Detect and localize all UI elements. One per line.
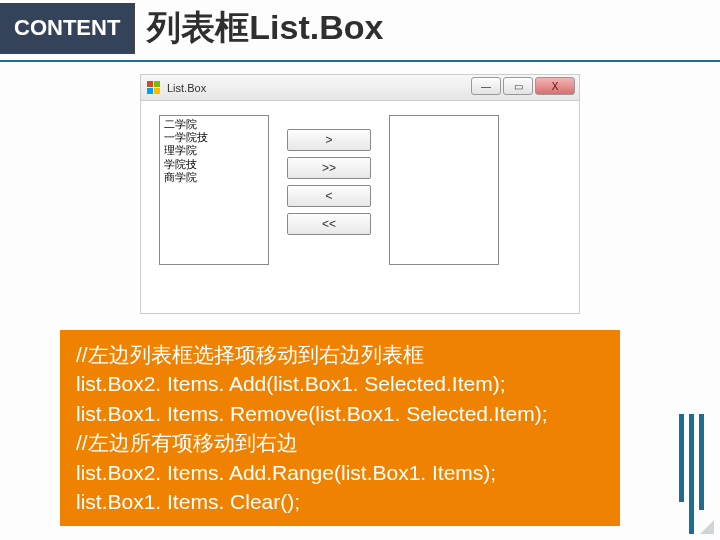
move-all-right-button[interactable]: >> [287, 157, 371, 179]
code-line: list.Box1. Items. Clear(); [76, 487, 604, 516]
svg-rect-0 [147, 81, 153, 87]
window-titlebar: List.Box — ▭ X [141, 75, 579, 101]
decorative-stripes [679, 414, 704, 534]
list-item[interactable]: 一学院技 [164, 131, 264, 144]
page-title: 列表框List.Box [147, 5, 383, 51]
content-badge: CONTENT [0, 3, 135, 54]
move-all-left-button[interactable]: << [287, 213, 371, 235]
move-right-button[interactable]: > [287, 129, 371, 151]
listbox-left[interactable]: 二学院 一学院技 理学院 学院技 商学院 [159, 115, 269, 265]
move-left-button[interactable]: < [287, 185, 371, 207]
list-item[interactable]: 学院技 [164, 158, 264, 171]
svg-rect-3 [154, 88, 160, 94]
minimize-button[interactable]: — [471, 77, 501, 95]
app-icon [147, 81, 161, 95]
list-item[interactable]: 商学院 [164, 171, 264, 184]
page-fold-icon [700, 520, 714, 534]
code-sample: //左边列表框选择项移动到右边列表框 list.Box2. Items. Add… [60, 330, 620, 526]
code-line: list.Box2. Items. Add.Range(list.Box1. I… [76, 458, 604, 487]
list-item[interactable]: 理学院 [164, 144, 264, 157]
code-line: //左边列表框选择项移动到右边列表框 [76, 340, 604, 369]
close-button[interactable]: X [535, 77, 575, 95]
header-divider [0, 60, 720, 62]
window-screenshot: List.Box — ▭ X 二学院 一学院技 理学院 学院技 商学院 > >>… [140, 74, 580, 314]
code-line: //左边所有项移动到右边 [76, 428, 604, 457]
code-line: list.Box2. Items. Add(list.Box1. Selecte… [76, 369, 604, 398]
listbox-right[interactable] [389, 115, 499, 265]
svg-rect-1 [154, 81, 160, 87]
window-title-text: List.Box [167, 82, 206, 94]
code-line: list.Box1. Items. Remove(list.Box1. Sele… [76, 399, 604, 428]
svg-rect-2 [147, 88, 153, 94]
maximize-button[interactable]: ▭ [503, 77, 533, 95]
list-item[interactable]: 二学院 [164, 118, 264, 131]
